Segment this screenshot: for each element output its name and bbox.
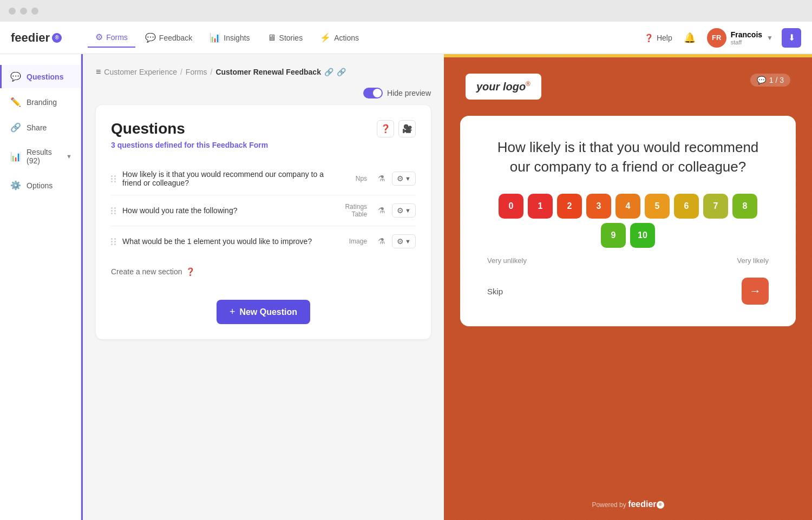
question-text-q3: What would be the 1 element you would li… (122, 237, 328, 246)
share-icon: 🔗 (10, 122, 21, 133)
traffic-light-green[interactable] (31, 8, 38, 15)
settings-button-q2[interactable]: ⚙ ▼ (392, 203, 416, 218)
sidebar-item-questions[interactable]: 💬 Questions (0, 65, 81, 88)
edit-link-icon[interactable]: 🔗 (324, 68, 333, 76)
feedier-footer-logo: feedier® (628, 499, 664, 509)
sidebar-item-share[interactable]: 🔗 Share (0, 116, 81, 139)
nps-button-0[interactable]: 0 (499, 194, 523, 219)
main-layout: 💬 Questions ✏️ Branding 🔗 Share 📊 Result… (0, 54, 812, 520)
user-role: staff (731, 39, 762, 45)
nps-label-unlikely: Very unlikely (487, 256, 527, 265)
create-section: Create a new section ❓ (111, 267, 416, 276)
nps-button-5[interactable]: 5 (645, 194, 670, 219)
help-circle-icon[interactable]: ❓ (377, 120, 394, 137)
chevron-down-icon: ▼ (405, 207, 411, 214)
filter-icon-q3[interactable]: ⚗ (374, 234, 389, 249)
nps-button-3[interactable]: 3 (586, 194, 611, 219)
user-menu[interactable]: FR Francois staff ▼ (707, 28, 773, 48)
forms-icon: ⚙ (95, 32, 103, 42)
create-section-help-icon[interactable]: ❓ (186, 267, 195, 276)
drag-handle-q1[interactable] (111, 175, 116, 182)
user-name: Francois (731, 30, 762, 39)
nav-item-stories[interactable]: 🖥 Stories (260, 29, 311, 47)
nav-item-actions[interactable]: ⚡ Actions (312, 28, 366, 47)
chat-icon: 💬 (757, 76, 766, 84)
sidebar-item-options[interactable]: ⚙️ Options (0, 174, 81, 197)
table-row: How would you rate the following? Rating… (111, 195, 416, 226)
nps-button-8[interactable]: 8 (732, 194, 757, 219)
logo-dot: ® (52, 33, 62, 43)
logo[interactable]: feedier® (11, 31, 62, 45)
page-counter: 💬 1 / 3 (750, 74, 790, 87)
traffic-light-yellow[interactable] (20, 8, 27, 15)
gear-icon: ⚙ (397, 174, 404, 183)
nps-button-2[interactable]: 2 (557, 194, 582, 219)
question-type-q3: Image (335, 238, 367, 245)
nps-label-likely: Very likely (737, 256, 769, 265)
video-icon[interactable]: 🎥 (398, 120, 416, 137)
panel-header-icons: ❓ 🎥 (377, 120, 416, 137)
settings-button-q3[interactable]: ⚙ ▼ (392, 234, 416, 248)
download-icon: ⬇ (788, 32, 795, 43)
form-editor: ≡ Customer Experience / Forms / Customer… (83, 54, 444, 520)
plus-icon: + (230, 306, 235, 318)
nav-items: ⚙ Forms 💬 Feedback 📊 Insights 🖥 Stories … (88, 28, 627, 48)
help-icon: ❓ (644, 34, 653, 42)
chevron-down-icon: ▼ (405, 175, 411, 182)
preview-toggle-label: Hide preview (387, 89, 431, 97)
table-row: What would be the 1 element you would li… (111, 226, 416, 256)
nav-item-forms[interactable]: ⚙ Forms (88, 28, 135, 48)
filter-icon-q1[interactable]: ⚗ (374, 171, 389, 186)
nps-button-9[interactable]: 9 (601, 223, 626, 248)
question-text-q1: How likely is it that you would recommen… (122, 170, 328, 187)
branding-icon: ✏️ (10, 97, 21, 107)
actions-icon: ⚡ (320, 32, 331, 43)
options-icon: ⚙️ (10, 180, 21, 190)
nps-labels: Very unlikely Very likely (487, 256, 769, 265)
stories-icon: 🖥 (267, 33, 276, 43)
gear-icon: ⚙ (397, 237, 404, 246)
question-text-q2: How would you rate the following? (122, 206, 323, 215)
nps-button-10[interactable]: 10 (630, 223, 655, 248)
breadcrumb-forms[interactable]: Forms (186, 68, 207, 76)
help-button[interactable]: ❓ Help (644, 34, 672, 42)
breadcrumb-current: Customer Renewal Feedback (215, 68, 321, 76)
sidebar: 💬 Questions ✏️ Branding 🔗 Share 📊 Result… (0, 54, 81, 520)
filter-icon-q2[interactable]: ⚗ (374, 203, 389, 218)
question-type-q2: Ratings Table (329, 203, 367, 218)
chevron-down-icon: ▼ (405, 238, 411, 245)
nps-scale: 012345678910 (487, 194, 769, 248)
questions-title: Questions (111, 120, 268, 137)
preview-toggle: Hide preview (96, 88, 431, 98)
nav-item-feedback[interactable]: 💬 Feedback (137, 28, 200, 47)
notification-bell[interactable]: 🔔 (681, 29, 698, 47)
download-button[interactable]: ⬇ (782, 28, 801, 48)
next-button[interactable]: → (742, 278, 769, 305)
nps-button-6[interactable]: 6 (674, 194, 699, 219)
traffic-light-red[interactable] (9, 8, 16, 15)
drag-handle-q3[interactable] (111, 238, 116, 245)
nps-button-4[interactable]: 4 (615, 194, 640, 219)
preview-toggle-switch[interactable] (363, 88, 383, 98)
questions-subtitle: 3 questions defined for this Feedback Fo… (111, 141, 268, 149)
sidebar-item-results[interactable]: 📊 Results (92) ▼ (0, 141, 81, 172)
gear-icon: ⚙ (397, 206, 404, 215)
drag-handle-q2[interactable] (111, 207, 116, 214)
new-question-button[interactable]: + New Question (217, 300, 310, 324)
arrow-right-icon: → (749, 284, 761, 298)
copy-link-icon[interactable]: 🔗 (337, 68, 346, 76)
nps-button-7[interactable]: 7 (703, 194, 728, 219)
preview-footer: Powered by feedier® (444, 489, 812, 520)
preview-question-text: How likely is it that you would recommen… (487, 137, 769, 177)
nps-button-1[interactable]: 1 (528, 194, 553, 219)
chevron-down-icon: ▼ (767, 34, 773, 42)
questions-icon: 💬 (10, 71, 21, 82)
settings-button-q1[interactable]: ⚙ ▼ (392, 172, 416, 186)
nav-item-insights[interactable]: 📊 Insights (202, 28, 257, 47)
sidebar-item-branding[interactable]: ✏️ Branding (0, 90, 81, 114)
breadcrumb-customer-experience[interactable]: Customer Experience (104, 68, 177, 76)
avatar: FR (707, 28, 726, 48)
toggle-thumb (373, 89, 382, 97)
skip-button[interactable]: Skip (487, 287, 503, 296)
questions-panel: Questions 3 questions defined for this F… (96, 105, 431, 339)
